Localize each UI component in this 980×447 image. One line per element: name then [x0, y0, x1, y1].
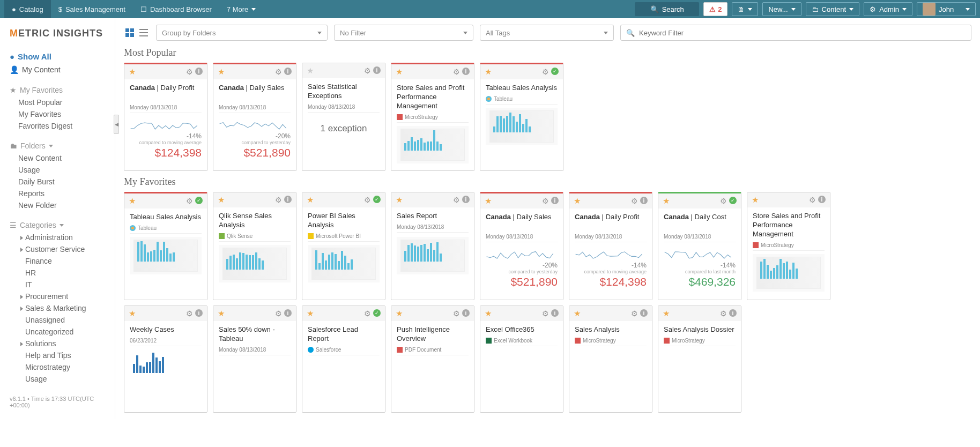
- sidebar-folders-header[interactable]: 🖿 Folders: [10, 139, 107, 152]
- group-by-dropdown[interactable]: Group by Folders: [156, 25, 328, 41]
- gear-icon[interactable]: ⚙: [275, 68, 282, 76]
- gear-icon[interactable]: ⚙: [453, 68, 460, 76]
- sidebar-cat-microstrategy[interactable]: Microstrategy: [10, 361, 107, 373]
- sidebar-folder-new-content[interactable]: New Content: [10, 152, 107, 164]
- sidebar-folder-daily-burst[interactable]: Daily Burst: [10, 176, 107, 188]
- card[interactable]: ★⚙iCanada | Daily ProfitMonday 08/13/201…: [569, 192, 652, 300]
- sidebar-fav-most-popular[interactable]: Most Popular: [10, 96, 107, 108]
- info-icon[interactable]: i: [284, 309, 292, 317]
- gear-icon[interactable]: ⚙: [364, 196, 371, 204]
- favorite-star-icon[interactable]: ★: [218, 195, 225, 205]
- sidebar-collapse-handle[interactable]: ◀: [114, 115, 119, 134]
- nav-catalog[interactable]: ●Catalog: [4, 0, 51, 18]
- card[interactable]: ★⚙iSales ReportMonday 08/13/2018: [391, 192, 474, 300]
- favorite-star-icon[interactable]: ★: [663, 196, 670, 206]
- sidebar-cat-customer-service[interactable]: Customer Service: [10, 243, 107, 255]
- sidebar-folder-usage[interactable]: Usage: [10, 164, 107, 176]
- card[interactable]: ★⚙iCanada | Daily ProfitMonday 08/13/201…: [124, 63, 207, 171]
- favorite-star-icon[interactable]: ★: [307, 195, 314, 205]
- nav-dashboard-browser[interactable]: ☐Dashboard Browser: [133, 0, 219, 18]
- gear-icon[interactable]: ⚙: [364, 309, 371, 318]
- sidebar-cat-administration[interactable]: Administration: [10, 232, 107, 243]
- gear-icon[interactable]: ⚙: [720, 197, 727, 205]
- info-icon[interactable]: i: [818, 196, 826, 203]
- gear-icon[interactable]: ⚙: [364, 66, 371, 75]
- sidebar-cat-solutions[interactable]: Solutions: [10, 338, 107, 349]
- keyword-input[interactable]: [639, 29, 966, 37]
- gear-icon[interactable]: ⚙: [542, 309, 549, 318]
- gear-icon[interactable]: ⚙: [631, 309, 638, 318]
- alerts-button[interactable]: ⚠ 2: [703, 2, 727, 16]
- card[interactable]: ★⚙iCanada | Daily SalesMonday 08/13/2018…: [213, 63, 296, 171]
- gear-icon[interactable]: ⚙: [186, 309, 193, 318]
- favorite-star-icon[interactable]: ★: [307, 309, 314, 318]
- gear-icon[interactable]: ⚙: [275, 196, 282, 204]
- sidebar-folder-new-folder[interactable]: New Folder: [10, 199, 107, 211]
- card[interactable]: ★⚙✓Tableau Sales AnalysisTableau: [480, 63, 563, 171]
- gear-icon[interactable]: ⚙: [720, 309, 727, 318]
- card[interactable]: ★⚙iSales 50% down - TableauMonday 08/13/…: [213, 306, 296, 413]
- sidebar-categories-header[interactable]: ☰ Categories: [10, 219, 107, 232]
- user-menu-button[interactable]: John: [917, 2, 976, 16]
- card[interactable]: ★⚙iSales AnalysisMicroStrategy: [569, 306, 652, 413]
- sidebar-cat-unassigned[interactable]: Unassigned: [10, 314, 107, 326]
- nav-7-more[interactable]: 7 More: [219, 0, 263, 18]
- favorite-star-icon[interactable]: ★: [396, 67, 403, 77]
- favorite-star-icon[interactable]: ★: [485, 67, 492, 77]
- gear-icon[interactable]: ⚙: [453, 309, 460, 318]
- sidebar-fav-favorites-digest[interactable]: Favorites Digest: [10, 120, 107, 132]
- info-icon[interactable]: i: [462, 196, 470, 203]
- favorite-star-icon[interactable]: ★: [663, 309, 670, 318]
- card[interactable]: ★⚙✓Canada | Daily CostMonday 08/13/2018-…: [658, 192, 741, 300]
- list-view-icon[interactable]: [138, 27, 150, 39]
- gear-icon[interactable]: ⚙: [453, 196, 460, 204]
- info-icon[interactable]: i: [551, 197, 559, 204]
- favorite-star-icon[interactable]: ★: [396, 195, 403, 205]
- card[interactable]: ★⚙iSales Statistical ExceptionsMonday 08…: [302, 63, 385, 171]
- gear-icon[interactable]: ⚙: [186, 197, 193, 205]
- favorite-star-icon[interactable]: ★: [129, 196, 136, 206]
- info-icon[interactable]: i: [373, 66, 381, 74]
- favorite-star-icon[interactable]: ★: [129, 309, 136, 318]
- sidebar-cat-help-and-tips[interactable]: Help and Tips: [10, 349, 107, 361]
- favorite-star-icon[interactable]: ★: [574, 309, 581, 318]
- page-menu-button[interactable]: 🗎: [732, 2, 758, 16]
- grid-view-icon[interactable]: [124, 27, 136, 39]
- info-icon[interactable]: i: [640, 197, 648, 204]
- card[interactable]: ★⚙iPush Intelligence OverviewPDF Documen…: [391, 306, 474, 413]
- info-icon[interactable]: i: [551, 309, 559, 317]
- info-icon[interactable]: i: [462, 309, 470, 317]
- info-icon[interactable]: i: [640, 309, 648, 317]
- card[interactable]: ★⚙✓Tableau Sales AnalysisTableau: [124, 192, 207, 300]
- sidebar-cat-uncategorized[interactable]: Uncategorized: [10, 326, 107, 338]
- sidebar-cat-sales-marketing[interactable]: Sales & Marketing: [10, 302, 107, 314]
- gear-icon[interactable]: ⚙: [631, 197, 638, 205]
- sidebar-cat-usage[interactable]: Usage: [10, 373, 107, 385]
- sidebar-my-content[interactable]: 👤 My Content: [10, 63, 107, 76]
- card[interactable]: ★⚙iSales Analysis DossierMicroStrategy: [658, 306, 741, 413]
- info-icon[interactable]: i: [284, 68, 292, 75]
- card[interactable]: ★⚙iCanada | Daily SalesMonday 08/13/2018…: [480, 192, 563, 300]
- favorite-star-icon[interactable]: ★: [218, 67, 225, 77]
- card[interactable]: ★⚙iStore Sales and Profit Performance Ma…: [391, 63, 474, 171]
- gear-icon[interactable]: ⚙: [542, 68, 549, 76]
- admin-button[interactable]: ⚙ Admin: [864, 2, 912, 16]
- info-icon[interactable]: i: [195, 68, 203, 75]
- tags-dropdown[interactable]: All Tags: [480, 25, 614, 41]
- card[interactable]: ★⚙iExcel Office365Excel Workbook: [480, 306, 563, 413]
- gear-icon[interactable]: ⚙: [809, 196, 816, 204]
- favorite-star-icon[interactable]: ★: [307, 66, 314, 76]
- favorite-star-icon[interactable]: ★: [129, 67, 136, 77]
- gear-icon[interactable]: ⚙: [275, 309, 282, 318]
- favorite-star-icon[interactable]: ★: [485, 196, 492, 206]
- info-icon[interactable]: i: [195, 309, 203, 317]
- favorite-star-icon[interactable]: ★: [485, 309, 492, 318]
- sidebar-cat-procurement[interactable]: Procurement: [10, 290, 107, 302]
- favorite-star-icon[interactable]: ★: [752, 195, 759, 205]
- info-icon[interactable]: i: [729, 309, 737, 317]
- gear-icon[interactable]: ⚙: [542, 197, 549, 205]
- info-icon[interactable]: i: [284, 196, 292, 203]
- keyword-filter[interactable]: 🔍: [620, 25, 971, 41]
- sidebar-fav-my-favorites[interactable]: My Favorites: [10, 108, 107, 120]
- card[interactable]: ★⚙iWeekly Cases06/23/2012: [124, 306, 207, 413]
